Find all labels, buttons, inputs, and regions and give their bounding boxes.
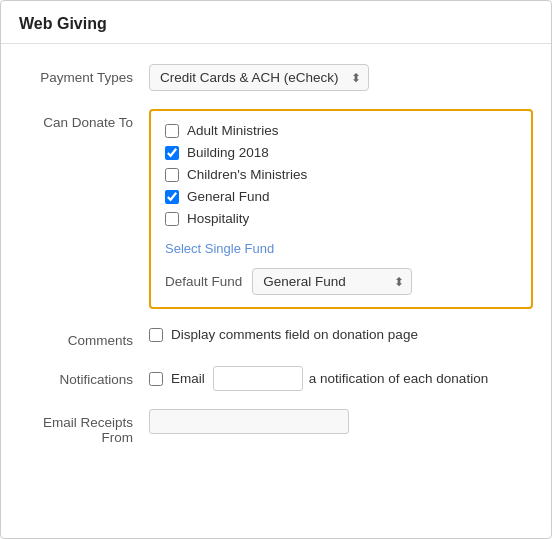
- fund-label-building-2018: Building 2018: [187, 145, 269, 160]
- payment-types-label: Payment Types: [19, 64, 149, 85]
- comments-checkbox-label: Display comments field on donation page: [171, 327, 418, 342]
- fund-label-general-fund: General Fund: [187, 189, 270, 204]
- fund-row-general-fund: General Fund: [165, 189, 517, 204]
- fund-row-building-2018: Building 2018: [165, 145, 517, 160]
- fund-row-childrens-ministries: Children's Ministries: [165, 167, 517, 182]
- email-receipts-input[interactable]: [149, 409, 349, 434]
- fund-label-hospitality: Hospitality: [187, 211, 249, 226]
- can-donate-to-label: Can Donate To: [19, 109, 149, 130]
- email-receipts-content: [149, 409, 533, 434]
- notifications-label: Notifications: [19, 366, 149, 387]
- notifications-email-input[interactable]: [213, 366, 303, 391]
- can-donate-to-row: Can Donate To Adult Ministries Building …: [19, 109, 533, 309]
- fund-checkbox-adult-ministries[interactable]: [165, 124, 179, 138]
- fund-label-childrens-ministries: Children's Ministries: [187, 167, 307, 182]
- email-receipts-row: Email Receipts From: [19, 409, 533, 445]
- comments-label: Comments: [19, 327, 149, 348]
- default-fund-select-wrapper: General Fund Building 2018 Adult Ministr…: [252, 268, 412, 295]
- can-donate-to-content: Adult Ministries Building 2018 Children'…: [149, 109, 533, 309]
- payment-types-row: Payment Types Credit Cards & ACH (eCheck…: [19, 64, 533, 91]
- notifications-email-label: Email: [171, 371, 205, 386]
- comments-checkbox-row: Display comments field on donation page: [149, 327, 533, 342]
- payment-types-select[interactable]: Credit Cards & ACH (eCheck) Credit Cards…: [149, 64, 369, 91]
- fund-row-adult-ministries: Adult Ministries: [165, 123, 517, 138]
- comments-content: Display comments field on donation page: [149, 327, 533, 342]
- select-single-fund-link[interactable]: Select Single Fund: [165, 241, 274, 256]
- payment-types-select-wrapper: Credit Cards & ACH (eCheck) Credit Cards…: [149, 64, 369, 91]
- notifications-checkbox[interactable]: [149, 372, 163, 386]
- payment-types-content: Credit Cards & ACH (eCheck) Credit Cards…: [149, 64, 533, 91]
- donate-to-box: Adult Ministries Building 2018 Children'…: [149, 109, 533, 309]
- default-fund-select[interactable]: General Fund Building 2018 Adult Ministr…: [252, 268, 412, 295]
- fund-checkbox-hospitality[interactable]: [165, 212, 179, 226]
- fund-checkbox-building-2018[interactable]: [165, 146, 179, 160]
- web-giving-panel: Web Giving Payment Types Credit Cards & …: [0, 0, 552, 539]
- comments-row: Comments Display comments field on donat…: [19, 327, 533, 348]
- panel-title: Web Giving: [1, 1, 551, 44]
- notifications-inner-row: Email a notification of each donation: [149, 366, 533, 391]
- fund-checkbox-childrens-ministries[interactable]: [165, 168, 179, 182]
- comments-checkbox[interactable]: [149, 328, 163, 342]
- default-fund-row: Default Fund General Fund Building 2018 …: [165, 268, 517, 295]
- fund-label-adult-ministries: Adult Ministries: [187, 123, 279, 138]
- notifications-suffix-text: a notification of each donation: [309, 371, 488, 386]
- email-receipts-label: Email Receipts From: [19, 409, 149, 445]
- fund-checkbox-general-fund[interactable]: [165, 190, 179, 204]
- default-fund-label: Default Fund: [165, 274, 242, 289]
- notifications-row: Notifications Email a notification of ea…: [19, 366, 533, 391]
- notifications-content: Email a notification of each donation: [149, 366, 533, 391]
- fund-row-hospitality: Hospitality: [165, 211, 517, 226]
